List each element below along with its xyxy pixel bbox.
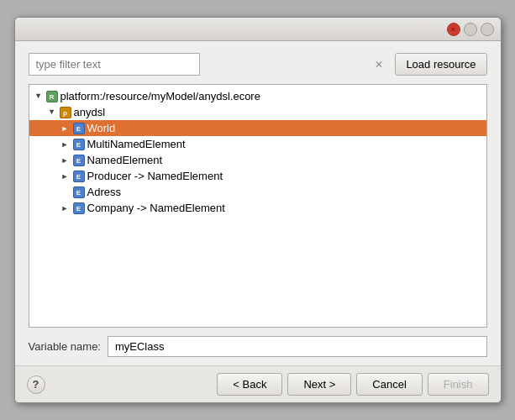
tree-item-named[interactable]: ► E NamedElement bbox=[29, 152, 486, 168]
dialog-content: ✕ Load resource ► R platform:/resource/m… bbox=[15, 41, 501, 365]
arrow-icon: ► bbox=[61, 204, 70, 213]
variable-label: Variable name: bbox=[29, 340, 101, 353]
minimize-button[interactable] bbox=[464, 23, 477, 36]
tree-item-anydsl[interactable]: ► p anydsl bbox=[29, 104, 486, 120]
load-resource-button[interactable]: Load resource bbox=[395, 53, 486, 76]
resource-icon: R bbox=[46, 91, 58, 102]
arrow-icon: ► bbox=[61, 172, 70, 181]
title-bar: × bbox=[15, 18, 501, 41]
arrow-icon: ► bbox=[61, 140, 70, 149]
tree-item-world[interactable]: ► E World bbox=[29, 120, 486, 136]
tree-container[interactable]: ► R platform:/resource/myModel/anydsl.ec… bbox=[29, 84, 487, 328]
dialog: × ✕ Load resource ► R platform:/resource… bbox=[14, 17, 502, 403]
tree-item-label: Company -> NamedElement bbox=[87, 202, 225, 214]
footer-right: < Back Next > Cancel Finish bbox=[217, 373, 488, 396]
tree-item-label: NamedElement bbox=[87, 154, 163, 166]
class-icon: E bbox=[73, 202, 85, 214]
tree-item-producer[interactable]: ► E Producer -> NamedElement bbox=[29, 168, 486, 184]
class-icon: E bbox=[73, 155, 85, 166]
class-icon: E bbox=[73, 171, 85, 182]
class-icon: E bbox=[73, 123, 85, 134]
maximize-button[interactable] bbox=[481, 23, 494, 36]
tree-item-company[interactable]: ► E Company -> NamedElement bbox=[29, 200, 486, 216]
footer: ? < Back Next > Cancel Finish bbox=[15, 365, 501, 402]
arrow-icon: ► bbox=[48, 108, 56, 117]
filter-wrapper: ✕ bbox=[29, 53, 389, 76]
next-button[interactable]: Next > bbox=[287, 373, 351, 396]
tree-item-label: Producer -> NamedElement bbox=[87, 170, 223, 182]
finish-button[interactable]: Finish bbox=[428, 373, 489, 396]
variable-name-input[interactable] bbox=[108, 336, 487, 357]
arrow-icon: ► bbox=[61, 156, 70, 165]
cancel-button[interactable]: Cancel bbox=[356, 373, 422, 396]
tree-item-label: platform:/resource/myModel/anydsl.ecore bbox=[60, 90, 260, 102]
footer-left: ? bbox=[27, 375, 45, 394]
tree-item-label: Adress bbox=[87, 186, 121, 198]
tree-item-label: MultiNamedElement bbox=[87, 138, 186, 150]
package-icon: p bbox=[60, 107, 71, 118]
search-row: ✕ Load resource bbox=[29, 53, 487, 76]
arrow-icon: ► bbox=[61, 124, 70, 133]
tree-item-root[interactable]: ► R platform:/resource/myModel/anydsl.ec… bbox=[29, 88, 486, 104]
search-input[interactable] bbox=[29, 53, 200, 76]
back-button[interactable]: < Back bbox=[217, 373, 282, 396]
variable-row: Variable name: bbox=[29, 336, 487, 357]
close-button[interactable]: × bbox=[447, 23, 460, 36]
class-icon: E bbox=[73, 186, 85, 198]
tree-item-multi[interactable]: ► E MultiNamedElement bbox=[29, 136, 486, 152]
tree-item-label: anydsl bbox=[74, 106, 106, 118]
clear-icon[interactable]: ✕ bbox=[375, 59, 383, 71]
class-icon: E bbox=[73, 139, 85, 150]
help-button[interactable]: ? bbox=[27, 375, 45, 394]
tree-item-adress[interactable]: ► E Adress bbox=[29, 184, 486, 200]
arrow-icon: ► bbox=[34, 92, 43, 101]
tree-item-label: World bbox=[87, 122, 116, 134]
